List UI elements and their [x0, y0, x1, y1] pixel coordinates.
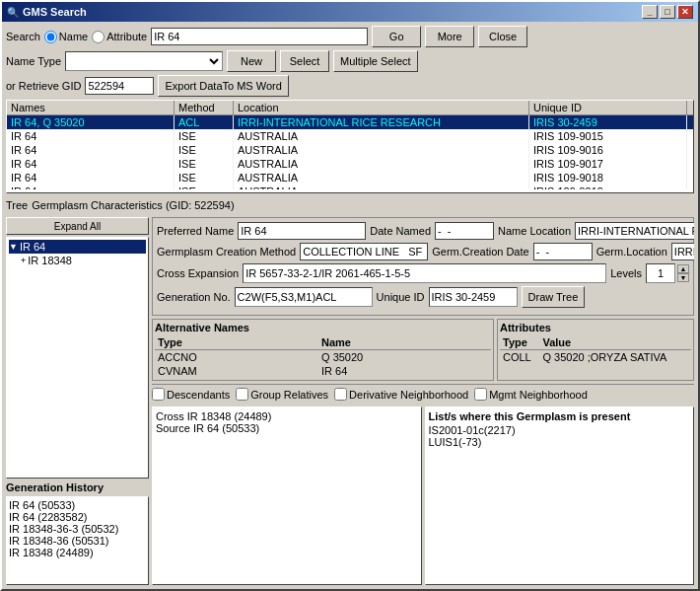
tree-item-ir18348[interactable]: + IR 18348 — [21, 254, 146, 267]
germ-date-input[interactable] — [533, 243, 593, 260]
table-cell: IR 64 — [7, 129, 175, 143]
multiple-select-button[interactable]: Multiple Select — [333, 50, 418, 72]
date-named-input[interactable] — [435, 222, 494, 240]
gen-no-input[interactable] — [235, 287, 373, 307]
tree-item-ir64[interactable]: ▼ IR 64 — [9, 240, 146, 254]
name-radio-label: Name — [59, 31, 88, 42]
draw-tree-button[interactable]: Draw Tree — [522, 286, 586, 308]
export-button[interactable]: Export DataTo MS Word — [158, 75, 288, 97]
generation-row: Generation No. Unique ID Draw Tree — [157, 286, 689, 308]
derivative-checkbox[interactable] — [334, 388, 347, 401]
minimize-button[interactable]: _ — [642, 5, 658, 19]
gid-input[interactable] — [85, 77, 154, 95]
new-button[interactable]: New — [227, 50, 276, 72]
uid-input[interactable] — [429, 287, 518, 307]
alt-names-name-col: Name — [318, 335, 491, 350]
bottom-area: Expand All ▼ IR 64 + IR 18348 Generation… — [6, 217, 694, 585]
attribute-radio-label: Attribute — [106, 31, 147, 42]
levels-up-button[interactable]: ▲ — [677, 264, 689, 273]
expand-all-button[interactable]: Expand All — [6, 217, 149, 235]
table-cell: IR 64 — [7, 143, 175, 157]
germ-date-label: Germ.Creation Date — [432, 246, 528, 258]
table-cell: AUSTRALIA — [234, 143, 529, 157]
attribute-radio[interactable] — [92, 31, 105, 43]
mgmt-checkbox[interactable] — [474, 388, 487, 401]
descendants-checkbox-item[interactable]: Descendants — [152, 388, 230, 401]
search-input[interactable] — [151, 28, 368, 45]
attr-type-col: Type — [500, 335, 539, 350]
table-cell: ISE — [175, 143, 234, 157]
alt-names-row: CVNAMIR 64 — [155, 364, 491, 378]
tree-expand-icon[interactable]: ▼ — [9, 242, 18, 252]
name-type-row: Name Type New Select Multiple Select — [6, 50, 694, 72]
levels-input[interactable] — [646, 263, 675, 283]
levels-down-button[interactable]: ▼ — [677, 273, 689, 282]
creation-method-label: Germplasm Creation Method — [157, 246, 296, 258]
table-cell: IR 64 — [7, 157, 175, 171]
close-button[interactable]: ✕ — [677, 5, 693, 19]
gen-history-item: IR 18348-36 (50531) — [9, 535, 146, 547]
name-radio[interactable] — [44, 31, 57, 43]
table-row[interactable]: IR 64, Q 35020ACLIRRI-INTERNATIONAL RICE… — [7, 115, 693, 129]
gid-row: or Retrieve GID Export DataTo MS Word — [6, 75, 694, 97]
derivative-checkbox-item[interactable]: Derivative Neighborhood — [334, 388, 468, 401]
creation-method-row: Germplasm Creation Method Germ.Creation … — [157, 243, 689, 260]
results-table-container: Names Method Location Unique ID IR 64, Q… — [6, 100, 694, 193]
window-icon: 🔍 — [7, 7, 19, 18]
table-cell: IR 64 — [7, 171, 175, 185]
name-type-label: Name Type — [6, 55, 61, 67]
tree-label: Tree — [6, 199, 28, 211]
pref-name-label: Preferred Name — [157, 225, 234, 237]
group-relatives-checkbox[interactable] — [236, 388, 248, 401]
close-button[interactable]: Close — [478, 26, 527, 47]
table-row[interactable]: IR 64ISEAUSTRALIAIRIS 109-9019 — [7, 185, 693, 189]
table-row[interactable]: IR 64ISEAUSTRALIAIRIS 109-9018 — [7, 171, 693, 185]
alt-names-type-col: Type — [155, 335, 318, 350]
list-item: IS2001-01c(2217) — [429, 424, 691, 436]
pref-name-input[interactable] — [238, 222, 366, 240]
name-location-input[interactable] — [575, 222, 694, 240]
creation-method-input[interactable] — [300, 243, 428, 260]
table-row[interactable]: IR 64ISEAUSTRALIAIRIS 109-9016 — [7, 143, 693, 157]
select-button[interactable]: Select — [280, 50, 329, 72]
derivative-label: Derivative Neighborhood — [349, 389, 468, 401]
title-bar-controls: _ □ ✕ — [642, 5, 693, 19]
list-item: LUIS1(-73) — [429, 436, 691, 448]
main-window: 🔍 GMS Search _ □ ✕ Search Name Attribute… — [0, 0, 700, 591]
gen-no-label: Generation No. — [157, 291, 231, 303]
left-panel: Expand All ▼ IR 64 + IR 18348 Generation… — [6, 217, 149, 585]
mid-section: Alternative Names Type Name ACCNOQ 35020… — [152, 319, 694, 381]
col-names: Names — [7, 101, 175, 114]
name-type-select[interactable] — [65, 51, 223, 71]
germ-location-input[interactable] — [671, 243, 694, 260]
table-cell: IR 64, Q 35020 — [7, 115, 175, 129]
tree-expand-child-icon[interactable]: + — [21, 256, 26, 265]
maximize-button[interactable]: □ — [660, 5, 675, 19]
go-button[interactable]: Go — [372, 26, 421, 47]
germplasm-section: Preferred Name Date Named Name Location … — [152, 217, 694, 316]
checkbox-row: Descendants Group Relatives Derivative N… — [152, 384, 694, 404]
gen-history-item: IR 64 (2283582) — [9, 511, 146, 523]
table-cell: ACL — [175, 115, 234, 129]
group-relatives-checkbox-item[interactable]: Group Relatives — [236, 388, 328, 401]
table-cell: ISE — [175, 157, 234, 171]
descendants-checkbox[interactable] — [152, 388, 165, 401]
gen-history-item: IR 64 (50533) — [9, 499, 146, 511]
levels-label: Levels — [610, 267, 642, 279]
more-button[interactable]: More — [425, 26, 474, 47]
attributes-box: Attributes Type Value COLLQ 35020 ;ORY — [497, 319, 694, 381]
name-radio-option[interactable]: Name — [44, 31, 88, 43]
table-cell: IRIS 109-9019 — [529, 185, 687, 189]
cross-expansion-label: Cross Expansion — [157, 267, 239, 279]
uid-label: Unique ID — [377, 291, 425, 303]
gen-history-item: IR 18348 (24489) — [9, 547, 146, 558]
table-row[interactable]: IR 64ISEAUSTRALIAIRIS 109-9017 — [7, 157, 693, 171]
tree-area[interactable]: ▼ IR 64 + IR 18348 — [6, 237, 149, 479]
table-cell: IRIS 109-9016 — [529, 143, 687, 157]
cross-expansion-input[interactable] — [243, 263, 606, 283]
table-cell: AUSTRALIA — [234, 129, 529, 143]
col-unique-id: Unique ID — [529, 101, 687, 114]
table-row[interactable]: IR 64ISEAUSTRALIAIRIS 109-9015 — [7, 129, 693, 143]
attribute-radio-option[interactable]: Attribute — [92, 31, 147, 43]
mgmt-checkbox-item[interactable]: Mgmt Neighborhood — [474, 388, 588, 401]
